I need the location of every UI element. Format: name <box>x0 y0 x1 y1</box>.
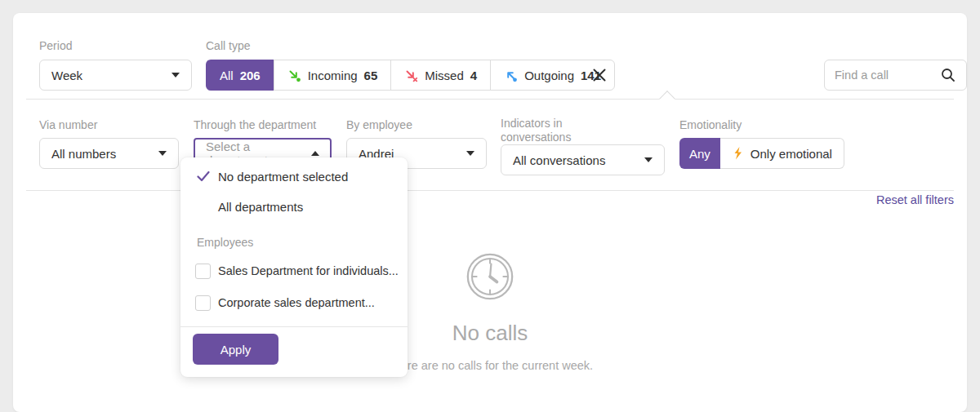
period-label: Period <box>39 39 72 53</box>
empty-state-message: There are no calls for the current week. <box>0 359 980 372</box>
employees-group-label: Employees <box>197 236 253 249</box>
via-number-value: All numbers <box>51 147 116 161</box>
employee-label: By employee <box>346 118 412 132</box>
dropdown-item-label: Corporate sales department... <box>218 296 375 309</box>
period-select[interactable]: Week <box>39 60 192 91</box>
call-search-box <box>824 60 967 91</box>
row-divider <box>26 99 954 100</box>
outgoing-arrow-icon <box>504 69 518 82</box>
content-divider <box>26 190 954 191</box>
dropdown-item-all-departments[interactable]: All departments <box>180 192 408 221</box>
dropdown-item-label: Sales Department for individuals... <box>218 264 399 277</box>
clear-filters-button[interactable] <box>590 65 609 85</box>
dropdown-divider <box>180 326 408 327</box>
department-label: Through the department <box>194 118 316 132</box>
checkbox[interactable] <box>195 295 211 311</box>
call-type-outgoing-label: Outgoing <box>524 69 574 82</box>
emotionality-segmented-control: Any Only emotional <box>679 138 844 169</box>
dropdown-item-label: All departments <box>218 200 303 214</box>
clock-icon <box>466 252 514 301</box>
filters-card: Period Week Call type All 206 Incoming 6… <box>13 13 967 412</box>
call-type-missed-count: 4 <box>470 69 477 82</box>
call-type-incoming-button[interactable]: Incoming 65 <box>274 60 392 91</box>
emotionality-only-emotional-label: Only emotional <box>751 147 832 161</box>
department-dropdown-panel: No department selected All departments E… <box>180 157 408 377</box>
chevron-down-icon <box>172 73 180 78</box>
via-number-select[interactable]: All numbers <box>39 138 179 169</box>
via-number-label: Via number <box>39 118 97 132</box>
checkmark-icon <box>196 169 211 184</box>
emotionality-only-emotional-button[interactable]: Only emotional <box>720 138 844 169</box>
emotionality-label: Emotionality <box>679 118 742 132</box>
indicators-value: All conversations <box>513 153 605 167</box>
apply-button[interactable]: Apply <box>193 334 278 365</box>
dropdown-item-no-department[interactable]: No department selected <box>180 162 408 191</box>
call-type-all-label: All <box>220 69 234 82</box>
dropdown-checkbox-item-corporate[interactable]: Corporate sales department... <box>180 288 408 317</box>
dropdown-checkbox-item-sales[interactable]: Sales Department for individuals... <box>180 256 408 286</box>
lightning-icon <box>732 146 744 161</box>
call-type-all-count: 206 <box>240 69 261 82</box>
checkbox[interactable] <box>195 264 211 279</box>
indicators-label: Indicators in conversations <box>501 117 623 144</box>
call-type-missed-button[interactable]: Missed 4 <box>390 60 491 91</box>
emotionality-any-label: Any <box>689 147 710 161</box>
chevron-down-icon <box>466 151 474 156</box>
call-type-incoming-label: Incoming <box>308 69 358 82</box>
search-input[interactable] <box>835 69 940 82</box>
call-type-label: Call type <box>206 39 250 53</box>
missed-arrow-icon <box>404 69 418 82</box>
call-type-segmented-control: All 206 Incoming 65 Missed 4 Outgoing <box>206 60 615 91</box>
empty-state-title: No calls <box>0 321 980 346</box>
close-icon <box>591 67 608 83</box>
dropdown-item-label: No department selected <box>218 170 348 184</box>
chevron-up-icon <box>311 151 319 156</box>
call-type-all-button[interactable]: All 206 <box>206 60 274 91</box>
expander-notch-icon <box>659 91 675 107</box>
reset-all-filters-link[interactable]: Reset all filters <box>876 193 954 206</box>
indicators-select[interactable]: All conversations <box>501 144 665 175</box>
search-icon[interactable] <box>940 67 956 83</box>
chevron-down-icon <box>644 157 653 162</box>
period-select-value: Week <box>51 69 82 82</box>
emotionality-any-button[interactable]: Any <box>679 138 720 169</box>
chevron-down-icon <box>158 151 167 156</box>
incoming-arrow-icon <box>287 69 301 82</box>
call-type-incoming-count: 65 <box>364 69 378 82</box>
call-type-missed-label: Missed <box>425 69 464 82</box>
